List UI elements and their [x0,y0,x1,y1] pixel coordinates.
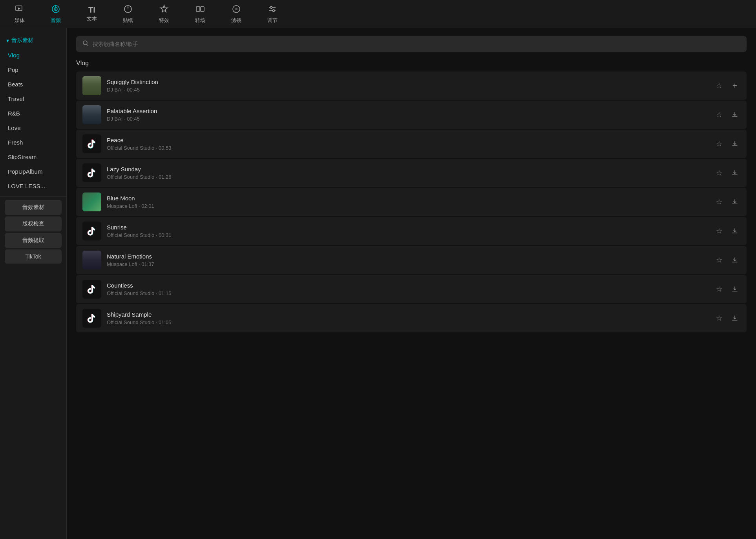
track-title-squiggly: Squiggly Distinction [107,79,708,85]
sidebar-item-popupalbum[interactable]: PopUpAlbum [0,164,66,179]
track-squiggly-distinction[interactable]: Squiggly Distinction DJ BAI · 00:45 ☆ + [76,72,747,100]
track-meta-natural-emotions: Muspace Lofi · 01:37 [107,261,708,267]
track-natural-emotions[interactable]: Natural Emotions Muspace Lofi · 01:37 ☆ [76,246,747,274]
sidebar: ▾ 音乐素材 Vlog Pop Beats Travel R&B Love Fr… [0,28,67,539]
track-peace[interactable]: Peace Official Sound Studio · 00:53 ☆ [76,130,747,158]
text-icon: TI [88,6,95,14]
track-thumbnail-peace [82,134,101,153]
track-actions-blue-moon: ☆ [714,196,740,207]
sidebar-item-beats[interactable]: Beats [0,77,66,92]
sidebar-item-travel[interactable]: Travel [0,92,66,106]
sidebar-divider-1 [0,196,66,197]
track-shipyard-sample[interactable]: Shipyard Sample Official Sound Studio · … [76,304,747,332]
sidebar-item-tiktok[interactable]: TikTok [5,249,62,264]
sidebar-item-audio-extract[interactable]: 音频提取 [5,233,62,248]
sidebar-item-fresh[interactable]: Fresh [0,135,66,150]
track-thumbnail-squiggly [82,76,101,95]
effects-icon [159,4,169,15]
toolbar-item-effects[interactable]: 特效 [152,4,176,24]
download-button-palatable[interactable] [729,109,740,120]
toolbar-effects-label: 特效 [159,17,169,24]
track-blue-moon[interactable]: Blue Moon Muspace Lofi · 02:01 ☆ [76,188,747,216]
section-title: Vlog [76,60,747,67]
track-actions-sunrise: ☆ [714,226,740,236]
toolbar-item-transition[interactable]: 转场 [188,4,212,24]
svg-line-16 [87,44,88,46]
download-button-natural-emotions[interactable] [729,255,740,266]
download-button-sunrise[interactable] [729,226,740,236]
track-palatable-assertion[interactable]: Palatable Assertion DJ BAI · 00:45 ☆ [76,101,747,129]
download-button-blue-moon[interactable] [729,196,740,207]
download-button-peace[interactable] [729,138,740,149]
track-countless[interactable]: Countless Official Sound Studio · 01:15 … [76,275,747,303]
search-bar[interactable] [76,36,747,52]
sidebar-item-vlog[interactable]: Vlog [0,48,66,62]
sidebar-item-loveless[interactable]: LOVE LESS... [0,179,66,193]
track-title-lazy-sunday: Lazy Sunday [107,166,708,172]
track-actions-natural-emotions: ☆ [714,255,740,266]
favorite-button-natural-emotions[interactable]: ☆ [714,255,725,266]
track-info-natural-emotions: Natural Emotions Muspace Lofi · 01:37 [107,253,708,267]
favorite-button-palatable[interactable]: ☆ [714,109,725,120]
track-title-peace: Peace [107,137,708,143]
track-thumbnail-countless [82,280,101,299]
favorite-button-shipyard[interactable]: ☆ [714,313,725,324]
top-toolbar: 媒体 音频 TI 文本 贴纸 特效 [0,0,756,28]
track-info-lazy-sunday: Lazy Sunday Official Sound Studio · 01:2… [107,166,708,180]
section-arrow-icon: ▾ [6,37,9,44]
add-button-squiggly[interactable]: + [729,80,740,91]
toolbar-text-label: 文本 [87,15,97,22]
download-button-countless[interactable] [729,284,740,295]
track-title-palatable: Palatable Assertion [107,108,708,114]
favorite-button-blue-moon[interactable]: ☆ [714,196,725,207]
download-button-lazy-sunday[interactable] [729,167,740,178]
toolbar-item-text[interactable]: TI 文本 [80,6,104,22]
sidebar-item-copyright-check[interactable]: 版权检查 [5,216,62,231]
toolbar-filter-label: 滤镜 [231,17,241,24]
toolbar-item-media[interactable]: 媒体 [8,4,31,24]
track-title-shipyard: Shipyard Sample [107,311,708,318]
track-title-natural-emotions: Natural Emotions [107,253,708,260]
track-thumbnail-lazy-sunday [82,163,101,182]
toolbar-media-label: 媒体 [15,17,25,24]
favorite-button-countless[interactable]: ☆ [714,284,725,295]
sidebar-item-sound-effects[interactable]: 音效素材 [5,200,62,215]
favorite-button-peace[interactable]: ☆ [714,138,725,149]
track-actions-lazy-sunday: ☆ [714,167,740,178]
favorite-button-squiggly[interactable]: ☆ [714,80,725,91]
toolbar-item-sticker[interactable]: 贴纸 [116,4,140,24]
track-info-sunrise: Sunrise Official Sound Studio · 00:31 [107,224,708,238]
track-thumbnail-natural-emotions [82,251,101,270]
svg-rect-8 [201,7,204,11]
search-input[interactable] [93,41,740,47]
sidebar-item-pop[interactable]: Pop [0,62,66,77]
track-meta-sunrise: Official Sound Studio · 00:31 [107,232,708,238]
toolbar-item-filter[interactable]: 滤镜 [225,4,248,24]
track-info-palatable: Palatable Assertion DJ BAI · 00:45 [107,108,708,122]
track-info-countless: Countless Official Sound Studio · 01:15 [107,282,708,296]
toolbar-sticker-label: 贴纸 [123,17,133,24]
track-sunrise[interactable]: Sunrise Official Sound Studio · 00:31 ☆ [76,217,747,245]
sidebar-item-rnb[interactable]: R&B [0,106,66,121]
track-title-blue-moon: Blue Moon [107,195,708,202]
track-thumbnail-shipyard [82,309,101,328]
audio-icon [51,4,60,15]
favorite-button-sunrise[interactable]: ☆ [714,226,725,236]
download-button-shipyard[interactable] [729,313,740,324]
toolbar-item-adjust[interactable]: 调节 [261,4,284,24]
svg-point-13 [270,6,272,8]
track-meta-peace: Official Sound Studio · 00:53 [107,145,708,151]
track-info-shipyard: Shipyard Sample Official Sound Studio · … [107,311,708,325]
track-thumbnail-palatable [82,105,101,124]
sidebar-item-love[interactable]: Love [0,121,66,135]
track-lazy-sunday[interactable]: Lazy Sunday Official Sound Studio · 01:2… [76,159,747,187]
transition-icon [195,4,205,15]
favorite-button-lazy-sunday[interactable]: ☆ [714,167,725,178]
track-actions-peace: ☆ [714,138,740,149]
track-title-sunrise: Sunrise [107,224,708,231]
track-meta-lazy-sunday: Official Sound Studio · 01:26 [107,174,708,180]
sticker-icon [123,4,133,15]
sidebar-item-slipstream[interactable]: SlipStream [0,150,66,164]
track-actions-shipyard: ☆ [714,313,740,324]
toolbar-item-audio[interactable]: 音频 [44,4,68,24]
